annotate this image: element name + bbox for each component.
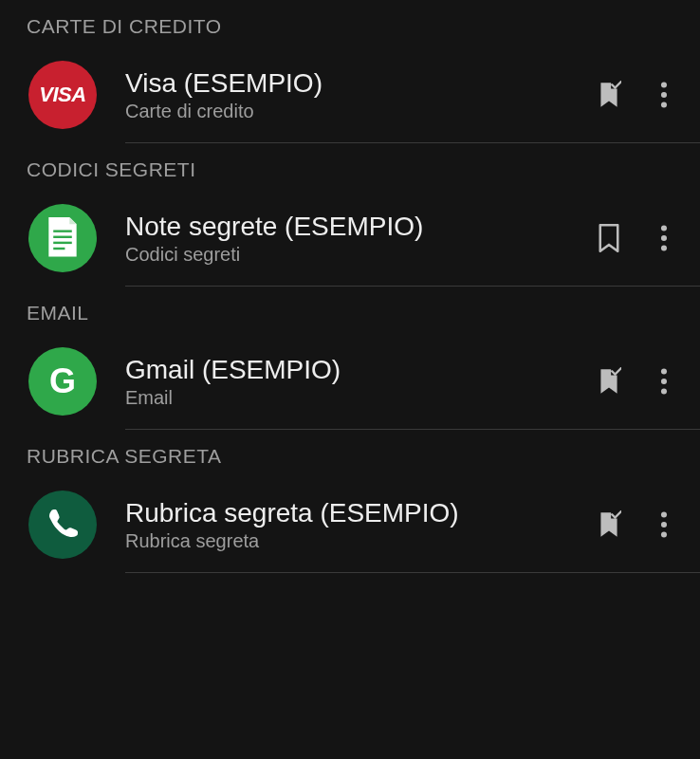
item-subtitle: Email: [125, 387, 584, 409]
bookmark-checked-icon[interactable]: [592, 508, 626, 542]
list-item[interactable]: G Gmail (ESEMPIO) Email: [0, 334, 700, 429]
item-subtitle: Codici segreti: [125, 244, 584, 266]
section-header-secret-codes: CODICI SEGRETI: [0, 143, 700, 191]
svg-rect-5: [53, 242, 72, 244]
item-text: Visa (ESEMPIO) Carte di credito: [125, 68, 584, 122]
svg-point-2: [661, 102, 667, 107]
svg-rect-4: [53, 236, 72, 238]
item-text: Gmail (ESEMPIO) Email: [125, 355, 584, 409]
svg-point-0: [661, 82, 667, 87]
item-text: Note segrete (ESEMPIO) Codici segreti: [125, 212, 584, 266]
svg-point-9: [661, 245, 667, 250]
list-item[interactable]: VISA Visa (ESEMPIO) Carte di credito: [0, 47, 700, 142]
item-subtitle: Carte di credito: [125, 101, 584, 122]
item-title: Note segrete (ESEMPIO): [125, 212, 584, 242]
item-actions: [592, 221, 681, 255]
item-title: Gmail (ESEMPIO): [125, 355, 584, 385]
more-vert-icon[interactable]: [647, 364, 681, 398]
section-header-credit-cards: CARTE DI CREDITO: [0, 0, 700, 47]
more-vert-icon[interactable]: [647, 221, 681, 255]
svg-rect-6: [53, 248, 64, 250]
item-title: Visa (ESEMPIO): [125, 68, 584, 99]
gmail-icon: G: [28, 347, 97, 416]
svg-point-1: [661, 92, 667, 98]
item-subtitle: Rubrica segreta: [125, 530, 584, 552]
item-text: Rubrica segreta (ESEMPIO) Rubrica segret…: [125, 498, 584, 552]
phone-icon: [28, 491, 97, 559]
more-vert-icon[interactable]: [647, 78, 681, 112]
bookmark-checked-icon[interactable]: [592, 78, 626, 112]
bookmark-checked-icon[interactable]: [592, 364, 626, 398]
svg-point-7: [661, 225, 667, 231]
list-item[interactable]: Rubrica segreta (ESEMPIO) Rubrica segret…: [0, 477, 700, 572]
svg-point-10: [661, 368, 667, 374]
notes-icon: [28, 204, 97, 272]
item-actions: [592, 508, 681, 542]
svg-point-14: [661, 522, 667, 528]
more-vert-icon[interactable]: [647, 508, 681, 542]
svg-point-12: [661, 388, 667, 394]
section-header-email: EMAIL: [0, 287, 700, 334]
list-item[interactable]: Note segrete (ESEMPIO) Codici segreti: [0, 191, 700, 286]
svg-point-13: [661, 511, 667, 517]
item-actions: [592, 78, 681, 112]
item-title: Rubrica segreta (ESEMPIO): [125, 498, 584, 528]
svg-point-15: [661, 531, 667, 537]
svg-point-8: [661, 235, 667, 241]
section-header-secret-contacts: RUBRICA SEGRETA: [0, 430, 700, 477]
bookmark-outline-icon[interactable]: [592, 221, 626, 255]
divider: [125, 572, 700, 573]
item-actions: [592, 364, 681, 398]
svg-rect-3: [53, 230, 72, 231]
visa-icon: VISA: [28, 61, 97, 129]
svg-point-11: [661, 379, 667, 384]
